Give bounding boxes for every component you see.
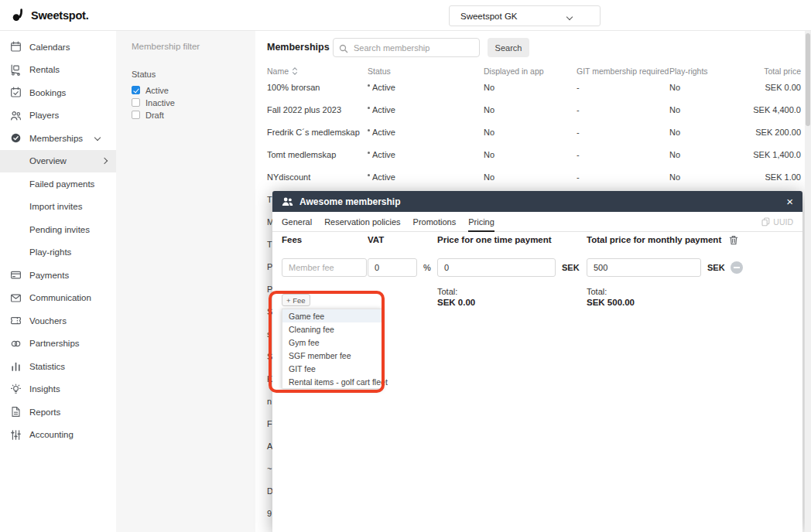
displayed-in-app-value: No: [484, 105, 577, 114]
sidebar-item-partnerships[interactable]: Partnerships: [0, 332, 116, 356]
sidebar-item-players[interactable]: Players: [0, 104, 116, 128]
scrollbar-track[interactable]: [805, 31, 811, 532]
sidebar-item-label: Players: [29, 111, 59, 120]
sidebar-item-rentals[interactable]: Rentals: [0, 59, 116, 82]
partnership-icon: [10, 338, 22, 350]
table-row[interactable]: Fredrik C´s medlemskap Active No - No SE…: [255, 121, 805, 143]
status-dot-icon: [368, 84, 370, 87]
checkbox-icon[interactable]: [132, 98, 140, 107]
filter-option-active[interactable]: Active: [132, 84, 240, 96]
sort-icon[interactable]: [292, 67, 298, 75]
membership-name: 100% brorsan: [255, 83, 368, 92]
total-price-value: SEK 1,400.0: [747, 150, 805, 159]
one-time-total-value: SEK 0.00: [437, 298, 475, 307]
delete-fee-trash-icon[interactable]: [729, 234, 738, 248]
membership-name: Fall 2022 plus 2023: [255, 105, 368, 114]
search-box: [333, 38, 480, 57]
fee-option-sgf-member-fee[interactable]: SGF member fee: [282, 349, 382, 362]
play-rights-value: No: [669, 128, 747, 137]
one-time-currency-label: SEK: [562, 263, 580, 272]
sweetspot-logo-icon: [11, 8, 26, 23]
fee-option-rental-items-golf-cart-fleet[interactable]: Rental items - golf cart fleet: [282, 375, 382, 388]
rentals-icon: [10, 64, 22, 76]
sidebar-item-vouchers[interactable]: Vouchers: [0, 309, 116, 332]
checkbox-icon[interactable]: [132, 111, 140, 119]
membership-name: Tomt medlemskap: [255, 150, 368, 159]
fee-option-game-fee[interactable]: Game fee: [282, 309, 382, 322]
sidebar-item-memberships[interactable]: Memberships: [0, 127, 116, 150]
fee-option-gym-fee[interactable]: Gym fee: [282, 336, 382, 349]
tab-promotions[interactable]: Promotions: [413, 217, 457, 227]
sidebar-item-failed-payments[interactable]: Failed payments: [0, 172, 116, 196]
monthly-currency-label: SEK: [707, 263, 725, 272]
tab-pricing[interactable]: Pricing: [468, 217, 494, 227]
brand[interactable]: Sweetspot.: [11, 0, 89, 31]
tab-general[interactable]: General: [282, 217, 312, 227]
sidebar-item-communication[interactable]: Communication: [0, 287, 116, 310]
filter-option-draft[interactable]: Draft: [132, 109, 240, 121]
sidebar-item-import-invites[interactable]: Import invites: [0, 196, 116, 219]
sidebar-item-play-rights[interactable]: Play-rights: [0, 241, 116, 264]
sidebar-item-overview[interactable]: Overview: [0, 150, 116, 173]
sidebar-item-label: Reports: [29, 408, 60, 417]
sidebar-item-pending-invites[interactable]: Pending invites: [0, 218, 116, 241]
uuid-label: UUID: [773, 217, 793, 227]
sidebar-item-reports[interactable]: Reports: [0, 401, 116, 424]
column-header-label: Name: [267, 66, 289, 76]
sidebar-item-payments[interactable]: Payments: [0, 264, 116, 287]
sidebar-subitem-label: Play-rights: [29, 247, 71, 257]
sidebar-item-statistics[interactable]: Statistics: [0, 355, 116, 378]
search-membership-input[interactable]: [333, 38, 480, 57]
scrollbar-thumb[interactable]: [806, 33, 810, 126]
total-price-value: SEK 4,400.0: [747, 105, 805, 114]
sidebar-item-bookings[interactable]: Bookings: [0, 81, 116, 104]
displayed-in-app-value: No: [484, 172, 577, 182]
vat-input[interactable]: [368, 258, 417, 277]
sidebar-item-accounting[interactable]: Accounting: [0, 424, 116, 447]
sidebar-item-calendars[interactable]: Calendars: [0, 36, 116, 59]
sidebar-item-label: Communication: [29, 293, 91, 302]
modal-title: Awesome membership: [299, 196, 401, 207]
sidebar-item-insights[interactable]: Insights: [0, 378, 116, 401]
total-price-value: SEK 0.00: [747, 83, 805, 92]
uuid-button[interactable]: UUID: [761, 217, 793, 227]
sidebar-item-label: Statistics: [29, 362, 65, 371]
bar-chart-icon: [10, 360, 22, 372]
one-time-price-input[interactable]: [437, 258, 556, 277]
filter-status-label: Status: [132, 70, 240, 79]
club-selector-value: Sweetspot GK: [460, 12, 518, 21]
table-row[interactable]: NYdiscount Active No - No SEK 1.00: [255, 165, 805, 188]
modal-tab-bar: General Reservation policies Promotions …: [272, 212, 802, 232]
git-required-value: -: [577, 128, 669, 137]
table-row[interactable]: Tomt medlemskap Active No - No SEK 1,400…: [255, 143, 805, 165]
remove-fee-row-icon[interactable]: [731, 261, 743, 274]
checkbox-checked-icon[interactable]: [132, 86, 140, 94]
monthly-price-input[interactable]: [587, 258, 701, 277]
search-icon: [339, 43, 348, 56]
close-icon[interactable]: ×: [786, 196, 793, 207]
envelope-icon: [10, 292, 22, 304]
tab-reservation-policies[interactable]: Reservation policies: [324, 217, 400, 227]
column-header-name[interactable]: Name: [255, 66, 368, 76]
filter-option-inactive[interactable]: Inactive: [132, 97, 240, 108]
club-selector[interactable]: Sweetspot GK: [449, 5, 601, 26]
lightbulb-icon: [10, 384, 22, 395]
membership-filter-panel: Membership filter Status Active Inactive…: [116, 31, 255, 532]
sidebar-subitem-label: Failed payments: [29, 179, 94, 189]
filter-option-label: Draft: [145, 111, 164, 120]
status-dot-icon: [368, 152, 370, 154]
add-fee-button[interactable]: + Fee: [282, 294, 310, 306]
chevron-down-icon: [94, 135, 101, 141]
fee-option-git-fee[interactable]: GIT fee: [282, 362, 382, 375]
table-row-clipped[interactable]: 100% brorsan Active No - No SEK 0.00: [255, 83, 805, 98]
fee-option-cleaning-fee[interactable]: Cleaning fee: [282, 322, 382, 336]
search-button[interactable]: Search: [488, 38, 529, 57]
monthly-price-column-label: Total price for monthly payment: [587, 235, 721, 244]
vat-column-label: VAT: [368, 235, 384, 244]
one-time-total-label: Total:: [437, 287, 457, 296]
sidebar-item-label: Partnerships: [29, 339, 80, 348]
payments-icon: [10, 269, 22, 281]
table-row[interactable]: Fall 2022 plus 2023 Active No - No SEK 4…: [255, 98, 805, 121]
sidebar-item-label: Memberships: [29, 134, 83, 143]
fee-name-input[interactable]: [282, 258, 367, 277]
